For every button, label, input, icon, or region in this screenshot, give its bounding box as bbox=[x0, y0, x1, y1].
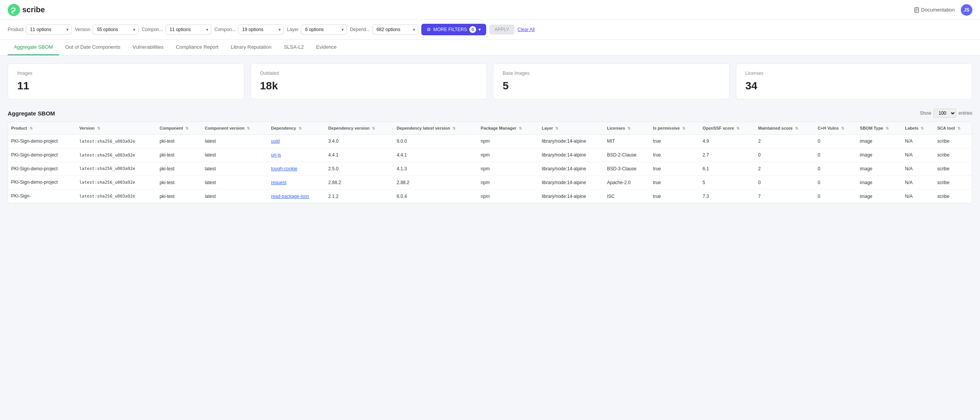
cell-dependency[interactable]: uri-js bbox=[268, 148, 325, 162]
tab-aggregate-sbom[interactable]: Aggregate SBOM bbox=[8, 40, 59, 55]
col-comp-version[interactable]: Component version ⇅ bbox=[202, 122, 268, 135]
tab-vulnerabilities[interactable]: Vulnerabilities bbox=[127, 40, 170, 55]
more-filters-label: MORE FILTERS bbox=[433, 27, 467, 32]
component2-label: Compon... bbox=[214, 27, 236, 32]
table-section: Aggregate SBOM Show 100 entries Product … bbox=[0, 107, 980, 211]
sort-icon-version: ⇅ bbox=[97, 126, 100, 130]
cell-ch-vulns: 0 bbox=[815, 148, 857, 162]
cell-ch-vulns: 0 bbox=[815, 162, 857, 176]
col-sca-tool[interactable]: SCA tool ⇅ bbox=[934, 122, 972, 135]
col-version[interactable]: Version ⇅ bbox=[76, 122, 157, 135]
licenses-card-value: 34 bbox=[746, 80, 963, 92]
cell-component: pki-test bbox=[157, 189, 202, 203]
sort-icon-product: ⇅ bbox=[30, 126, 33, 130]
cell-dependency[interactable]: tough-cookie bbox=[268, 162, 325, 176]
table-row: PKI-Sign- latest:sha256_u003a92e pki-tes… bbox=[8, 189, 972, 203]
col-dependency[interactable]: Dependency ⇅ bbox=[268, 122, 325, 135]
tab-out-of-date[interactable]: Out of Date Components bbox=[59, 40, 127, 55]
cell-layer: library/node:14-alpine bbox=[539, 176, 604, 189]
outdated-card-value: 18k bbox=[260, 80, 478, 92]
cell-version: latest:sha256_u003a92e bbox=[76, 162, 157, 176]
cell-dep-version: 4.4.1 bbox=[325, 148, 394, 162]
cell-pkg-manager: npm bbox=[478, 162, 539, 176]
cell-comp-version: latest bbox=[202, 162, 268, 176]
tab-evidence[interactable]: Evidence bbox=[310, 40, 343, 55]
table-body: PKI-Sign-demo-project latest:sha256_u003… bbox=[8, 135, 972, 203]
col-licenses[interactable]: Licenses ⇅ bbox=[604, 122, 650, 135]
cell-dep-latest: 6.0.4 bbox=[394, 189, 478, 203]
table-header-row: Product ⇅ Version ⇅ Component ⇅ Componen… bbox=[8, 122, 972, 135]
col-maintained[interactable]: Maintained score ⇅ bbox=[755, 122, 815, 135]
cell-maintained: 2 bbox=[755, 135, 815, 148]
version-select[interactable]: 55 options bbox=[92, 25, 139, 35]
filter-bar: Product 11 options Version 55 options Co… bbox=[0, 20, 980, 40]
sort-icon-sca-tool: ⇅ bbox=[957, 126, 960, 130]
col-pkg-manager[interactable]: Package Manager ⇅ bbox=[478, 122, 539, 135]
col-sbom-type[interactable]: SBOM Type ⇅ bbox=[857, 122, 902, 135]
col-ch-vulns[interactable]: C+H Vulns ⇅ bbox=[815, 122, 857, 135]
cell-labels: N/A bbox=[902, 148, 934, 162]
cell-product: PKI-Sign-demo-project bbox=[8, 148, 76, 162]
filter-icon: ⚙ bbox=[427, 27, 431, 32]
sort-icon-dep-version: ⇅ bbox=[372, 126, 375, 130]
col-layer[interactable]: Layer ⇅ bbox=[539, 122, 604, 135]
documentation-link[interactable]: Documentation bbox=[914, 7, 955, 13]
sort-icon-openssf: ⇅ bbox=[736, 126, 739, 130]
cell-product: PKI-Sign-demo-project bbox=[8, 135, 76, 148]
cell-openssf: 7.3 bbox=[700, 189, 755, 203]
cell-ch-vulns: 0 bbox=[815, 176, 857, 189]
component2-select[interactable]: 19 options bbox=[238, 25, 284, 35]
entries-label: entries bbox=[959, 110, 972, 116]
sort-icon-comp-version: ⇅ bbox=[247, 126, 250, 130]
clear-all-button[interactable]: Clear All bbox=[518, 27, 535, 32]
col-is-permissive[interactable]: Is permissive ⇅ bbox=[650, 122, 700, 135]
header: scribe Documentation JS bbox=[0, 0, 980, 20]
product-select[interactable]: 11 options bbox=[26, 25, 72, 35]
cell-dep-latest: 2.88.2 bbox=[394, 176, 478, 189]
cell-version: latest:sha256_u003a92e bbox=[76, 189, 157, 203]
depend-select[interactable]: 682 options bbox=[372, 25, 418, 35]
cell-dependency[interactable]: uuid bbox=[268, 135, 325, 148]
more-filters-button[interactable]: ⚙ MORE FILTERS 0 ▾ bbox=[421, 24, 486, 35]
layer-select[interactable]: 6 options bbox=[301, 25, 347, 35]
cell-component: pki-test bbox=[157, 162, 202, 176]
col-dep-version[interactable]: Dependency version ⇅ bbox=[325, 122, 394, 135]
base-images-card-title: Base Images bbox=[503, 71, 720, 76]
show-entries-select[interactable]: 100 bbox=[934, 109, 956, 118]
sort-icon-component: ⇅ bbox=[185, 126, 188, 130]
cell-layer: library/node:14-alpine bbox=[539, 148, 604, 162]
col-component[interactable]: Component ⇅ bbox=[157, 122, 202, 135]
cell-maintained: 0 bbox=[755, 148, 815, 162]
outdated-card: Outdated 18k bbox=[251, 63, 487, 99]
cell-component: pki-test bbox=[157, 135, 202, 148]
cell-ch-vulns: 0 bbox=[815, 135, 857, 148]
table-row: PKI-Sign-demo-project latest:sha256_u003… bbox=[8, 148, 972, 162]
images-card: Images 11 bbox=[8, 63, 244, 99]
table-row: PKI-Sign-demo-project latest:sha256_u003… bbox=[8, 176, 972, 189]
tab-compliance[interactable]: Compliance Report bbox=[170, 40, 224, 55]
product-label: Product bbox=[8, 27, 23, 32]
col-dep-latest[interactable]: Dependency latest version ⇅ bbox=[394, 122, 478, 135]
apply-button[interactable]: APPLY bbox=[489, 25, 515, 35]
tab-slsa[interactable]: SLSA-L2 bbox=[278, 40, 310, 55]
show-entries-row: Show 100 entries bbox=[920, 109, 972, 118]
doc-icon bbox=[914, 7, 919, 13]
component-select[interactable]: 11 options bbox=[165, 25, 211, 35]
cell-dep-version: 2.1.2 bbox=[325, 189, 394, 203]
cell-dep-latest: 4.1.3 bbox=[394, 162, 478, 176]
cell-dep-latest: 9.0.0 bbox=[394, 135, 478, 148]
cell-dependency[interactable]: request bbox=[268, 176, 325, 189]
component-filter-group: Compon... 11 options bbox=[142, 25, 211, 35]
col-product[interactable]: Product ⇅ bbox=[8, 122, 76, 135]
cell-dependency[interactable]: read-package-json bbox=[268, 189, 325, 203]
summary-cards-row: Images 11 Outdated 18k Base Images 5 Lic… bbox=[0, 56, 980, 107]
col-openssf[interactable]: OpenSSF score ⇅ bbox=[700, 122, 755, 135]
cell-dep-version: 2.5.0 bbox=[325, 162, 394, 176]
tab-library-reputation[interactable]: Library Reputation bbox=[224, 40, 277, 55]
cell-is-permissive: true bbox=[650, 135, 700, 148]
col-labels[interactable]: Labels ⇅ bbox=[902, 122, 934, 135]
avatar[interactable]: JS bbox=[961, 4, 972, 16]
sort-icon-permissive: ⇅ bbox=[682, 126, 685, 130]
table-title: Aggregate SBOM bbox=[8, 110, 55, 117]
version-filter-group: Version 55 options bbox=[75, 25, 139, 35]
